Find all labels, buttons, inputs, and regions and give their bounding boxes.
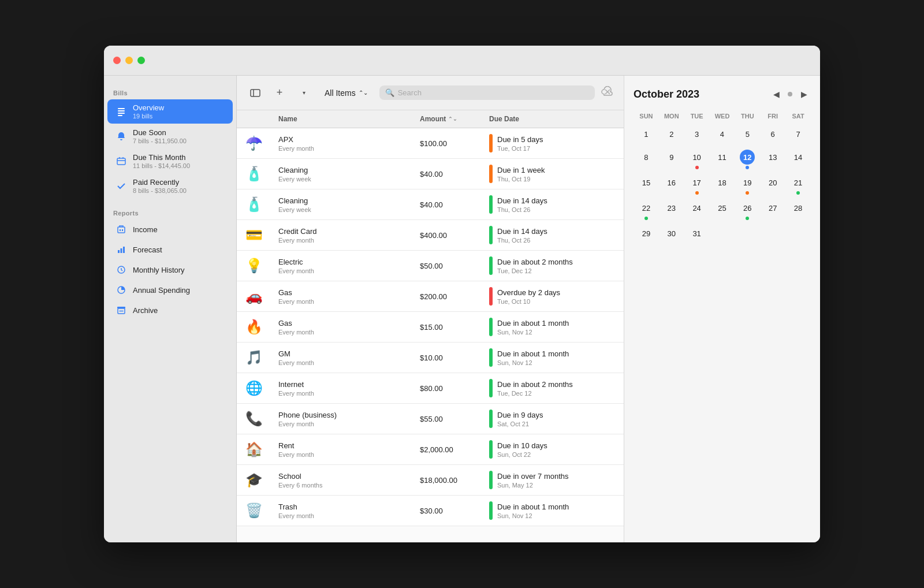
table-row[interactable]: 🔥 Gas Every month $15.00 Due in about 1 …	[237, 312, 624, 343]
table-row[interactable]: 💡 Electric Every month $50.00 Due in abo…	[237, 251, 624, 281]
calendar-cell[interactable]: 12	[735, 147, 760, 172]
calendar-cell[interactable]: 13	[760, 147, 785, 172]
table-row[interactable]: 🗑️ Trash Every month $30.00 Due in about…	[237, 496, 624, 526]
calendar-cell[interactable]: 28	[785, 198, 811, 222]
income-label: Income	[133, 225, 158, 234]
calendar-cell[interactable]: 27	[760, 198, 785, 222]
sidebar-item-due-this-month[interactable]: Due This Month 11 bills - $14,445.00	[107, 149, 233, 173]
close-button[interactable]	[113, 57, 121, 64]
sidebar-item-due-soon[interactable]: Due Soon 7 bills - $11,950.00	[107, 124, 233, 148]
calendar-date-number: 5	[740, 126, 755, 142]
minimize-button[interactable]	[125, 57, 133, 64]
th-due-date[interactable]: Due Date	[482, 110, 624, 128]
calendar-cell[interactable]: 21	[785, 173, 811, 197]
calendar-date-number: 21	[791, 175, 806, 190]
all-items-button[interactable]: All Items ⌃⌄	[319, 85, 374, 101]
calendar-cell[interactable]: 29	[634, 224, 659, 245]
calendar-week: 891011121314	[634, 147, 811, 172]
calendar-date-number: 15	[639, 175, 654, 190]
table-row[interactable]: 🎵 GM Every month $10.00 Due in about 1 m…	[237, 343, 624, 373]
search-input[interactable]	[398, 88, 589, 97]
calendar-day-label: TUE	[684, 110, 710, 122]
calendar-cell[interactable]: 2	[659, 124, 684, 146]
calendar-cell[interactable]: 31	[684, 224, 710, 245]
fullscreen-button[interactable]	[137, 57, 145, 64]
cloud-icon	[601, 86, 614, 99]
calendar-cell[interactable]: 26	[735, 198, 760, 222]
calendar-cell[interactable]: 22	[634, 198, 659, 222]
calendar-day-label: FRI	[760, 110, 785, 122]
table-row[interactable]: 📞 Phone (business) Every month $55.00 Du…	[237, 404, 624, 434]
sidebar-item-income[interactable]: Income	[107, 219, 233, 239]
row-icon: ☂️	[237, 129, 271, 157]
overview-sub: 19 bills	[133, 113, 164, 120]
sidebar-item-paid-recently[interactable]: Paid Recently 8 bills - $38,065.00	[107, 174, 233, 198]
calendar-cell[interactable]: 9	[659, 147, 684, 172]
calendar-dot	[746, 191, 749, 195]
calendar-date-number	[714, 226, 729, 241]
bell-icon	[116, 131, 127, 142]
th-amount[interactable]: Amount ⌃⌄	[413, 110, 482, 128]
add-button[interactable]: +	[270, 84, 289, 102]
calendar-cell[interactable]: 20	[760, 173, 785, 197]
table-row[interactable]: 🧴 Cleaning Every week $40.00 Due in 14 d…	[237, 189, 624, 220]
calendar-cell[interactable]: 23	[659, 198, 684, 222]
table-row[interactable]: 🌐 Internet Every month $80.00 Due in abo…	[237, 373, 624, 404]
svg-rect-4	[117, 158, 125, 165]
pie-icon	[116, 284, 127, 296]
calendar-cell[interactable]: 11	[710, 147, 735, 172]
calendar-panel: October 2023 ◀ ▶ SUNMONTUEWEDTHUFRISAT 1…	[624, 76, 820, 542]
row-icon: 🧴	[237, 191, 271, 218]
sidebar-item-monthly-history[interactable]: Monthly History	[107, 260, 233, 280]
table-row[interactable]: 💳 Credit Card Every month $400.00 Due in…	[237, 220, 624, 251]
row-name: GM Every month	[271, 344, 413, 372]
calendar-prev-button[interactable]: ◀	[769, 87, 783, 101]
svg-rect-0	[118, 108, 125, 109]
overview-label: Overview	[133, 103, 164, 112]
calendar-cell[interactable]: 10	[684, 147, 710, 172]
calendar-cell[interactable]: 6	[760, 124, 785, 146]
calendar-cell[interactable]: 14	[785, 147, 811, 172]
calendar-date-number: 18	[714, 175, 729, 190]
sidebar-item-overview[interactable]: Overview 19 bills	[107, 99, 233, 124]
calendar-cell[interactable]: 30	[659, 224, 684, 245]
add-dropdown-button[interactable]: ▾	[295, 84, 313, 102]
sidebar-item-archive[interactable]: Archive	[107, 300, 233, 320]
sidebar-item-annual-spending[interactable]: Annual Spending	[107, 280, 233, 300]
calendar-cell[interactable]: 3	[684, 124, 710, 146]
calendar-cell[interactable]: 25	[710, 198, 735, 222]
search-bar[interactable]: 🔍	[379, 85, 595, 100]
table-row[interactable]: 🚗 Gas Every month $200.00 Overdue by 2 d…	[237, 281, 624, 312]
calendar-date-number: 24	[690, 200, 705, 215]
row-amount: $30.00	[413, 501, 482, 521]
th-name[interactable]: Name	[271, 110, 413, 128]
calendar-cell[interactable]: 4	[710, 124, 735, 146]
calendar-cell[interactable]: 24	[684, 198, 710, 222]
calendar-dot	[746, 217, 749, 220]
all-items-label: All Items	[325, 88, 356, 98]
calendar-cell[interactable]: 5	[735, 124, 760, 146]
calendar-date-number: 14	[791, 150, 806, 165]
calendar-next-button[interactable]: ▶	[797, 87, 811, 101]
calendar-cell[interactable]: 7	[785, 124, 811, 146]
archive-icon	[116, 304, 127, 316]
table-row[interactable]: 🏠 Rent Every month $2,000.00 Due in 10 d…	[237, 434, 624, 465]
calendar-cell[interactable]: 19	[735, 173, 760, 197]
calendar-cell[interactable]: 16	[659, 173, 684, 197]
calendar-cell[interactable]: 17	[684, 173, 710, 197]
calendar-cell[interactable]: 1	[634, 124, 659, 146]
table-row[interactable]: 🎓 School Every 6 months $18,000.00 Due i…	[237, 465, 624, 496]
row-name: Internet Every month	[271, 374, 413, 403]
table-row[interactable]: 🧴 Cleaning Every week $40.00 Due in 1 we…	[237, 159, 624, 189]
sidebar-item-forecast[interactable]: Forecast	[107, 240, 233, 259]
calendar-cell[interactable]: 15	[634, 173, 659, 197]
calendar-cell	[785, 224, 811, 245]
row-due: Due in about 2 months Tue, Dec 12	[482, 373, 624, 403]
calendar-cell[interactable]: 18	[710, 173, 735, 197]
table-row[interactable]: ☂️ APX Every month $100.00 Due in 5 days…	[237, 128, 624, 159]
sidebar-toggle-button[interactable]	[246, 84, 264, 102]
calendar-cell[interactable]: 8	[634, 147, 659, 172]
calendar-cell	[760, 224, 785, 245]
calendar-today-dot[interactable]	[788, 92, 792, 96]
archive-label: Archive	[133, 306, 158, 315]
